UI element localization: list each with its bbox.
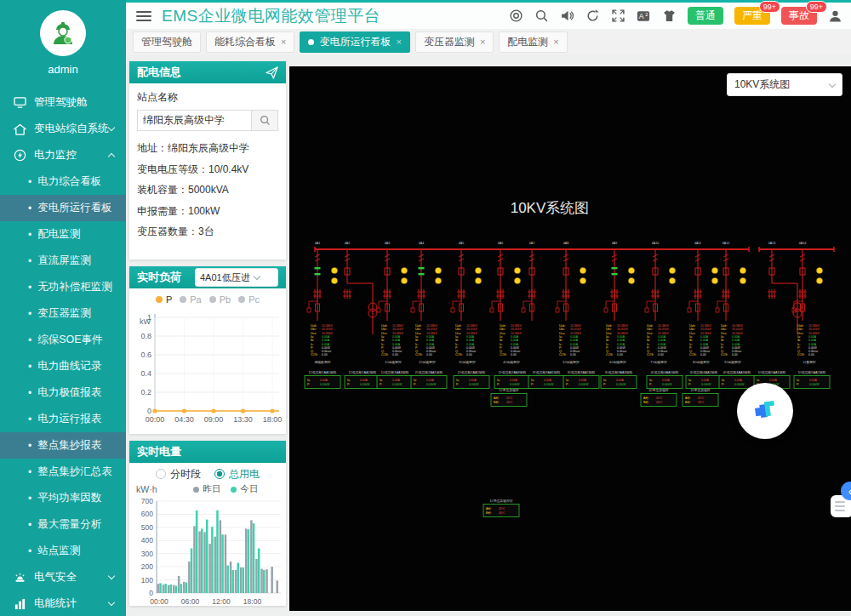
sidebar-subitem-2-4[interactable]: •无功补偿柜监测 bbox=[0, 274, 126, 300]
alarm-badge-0[interactable]: 普通 bbox=[688, 7, 723, 25]
sidebar-subitem-2-13[interactable]: •最大需量分析 bbox=[0, 511, 126, 538]
sidebar-subitem-label: 整点集抄报表 bbox=[37, 438, 101, 453]
sidebar-subitem-2-8[interactable]: •电力极值报表 bbox=[0, 379, 126, 406]
legend-item-Pc[interactable]: Pc bbox=[238, 294, 260, 305]
font-size-icon[interactable]: A2 bbox=[637, 9, 651, 23]
sidebar-item-4[interactable]: 电能统计 bbox=[0, 590, 126, 616]
power-icon bbox=[14, 149, 26, 162]
svg-text:0.00: 0.00 bbox=[392, 353, 398, 356]
svg-text:4A9: 4A9 bbox=[612, 242, 617, 245]
svg-text:P:: P: bbox=[649, 383, 652, 386]
svg-text:Ia:: Ia: bbox=[531, 379, 534, 382]
info-label: 装机容量： bbox=[137, 184, 188, 196]
single-line-diagram: 4A14A24A34A44A54A64A74A84A94A104A114A124… bbox=[289, 66, 851, 611]
search-icon[interactable] bbox=[534, 9, 549, 23]
svg-text:0.8: 0.8 bbox=[140, 332, 151, 340]
svg-text:P:: P: bbox=[531, 383, 534, 386]
sidebar-subitem-2-2[interactable]: •配电监测 bbox=[0, 221, 126, 248]
svg-text:46℃: 46℃ bbox=[499, 511, 505, 515]
close-icon[interactable]: × bbox=[553, 37, 558, 47]
legend-item-Pa[interactable]: Pa bbox=[180, 294, 201, 305]
site-name-input[interactable] bbox=[137, 110, 251, 131]
svg-text:COS:: COS: bbox=[689, 353, 697, 356]
sidebar-item-3[interactable]: 电气安全 bbox=[0, 564, 126, 590]
site-search-button[interactable] bbox=[251, 110, 278, 131]
sidebar-subitem-2-9[interactable]: •电力运行报表 bbox=[0, 406, 126, 432]
target-icon[interactable] bbox=[509, 9, 523, 23]
svg-text:Ia:: Ia: bbox=[797, 379, 800, 382]
bullet-icon: • bbox=[28, 466, 31, 478]
sidebar-item-1[interactable]: 变电站综自系统 bbox=[0, 116, 126, 142]
svg-text:1#变压器温控: 1#变压器温控 bbox=[499, 388, 518, 392]
active-dot bbox=[308, 39, 314, 45]
svg-text:6#出线测控: 6#出线测控 bbox=[609, 360, 626, 364]
svg-text:300: 300 bbox=[141, 550, 153, 558]
sidebar-subitem-2-10[interactable]: •整点集抄报表 bbox=[0, 432, 126, 459]
legend-item-今日[interactable]: 今日 bbox=[231, 483, 258, 495]
sidebar-subitem-2-11[interactable]: •整点集抄汇总表 bbox=[0, 459, 126, 485]
sidebar-subitem-2-3[interactable]: •直流屏监测 bbox=[0, 248, 126, 274]
svg-text:0.00kW: 0.00kW bbox=[544, 383, 554, 386]
svg-text:0.00A: 0.00A bbox=[392, 379, 401, 382]
tab-3[interactable]: 变压器监测× bbox=[415, 31, 494, 53]
feeder-select[interactable]: 4A01低压进 bbox=[195, 268, 278, 287]
engineer-icon bbox=[49, 19, 77, 48]
station-info-line-4: 变压器数量：3台 bbox=[137, 221, 278, 242]
refresh-icon[interactable] bbox=[585, 9, 600, 23]
svg-text:0.00: 0.00 bbox=[426, 353, 432, 356]
svg-text:Ia:: Ia: bbox=[757, 379, 760, 382]
tab-2[interactable]: 变电所运行看板× bbox=[300, 31, 409, 53]
sidebar-subitem-2-12[interactable]: •平均功率因数 bbox=[0, 485, 126, 511]
user-icon[interactable] bbox=[828, 9, 842, 23]
svg-text:5#低压柜5AA2回路: 5#低压柜5AA2回路 bbox=[798, 370, 826, 374]
svg-text:0.00A: 0.00A bbox=[426, 379, 435, 382]
svg-text:0.6: 0.6 bbox=[140, 351, 151, 359]
tab-0[interactable]: 管理驾驶舱 bbox=[133, 31, 201, 53]
legend-item-昨日[interactable]: 昨日 bbox=[193, 483, 220, 495]
fullscreen-icon[interactable] bbox=[611, 9, 625, 23]
svg-text:进线柜测控: 进线柜测控 bbox=[315, 360, 331, 364]
sidebar-subitem-2-5[interactable]: •变压器监测 bbox=[0, 300, 126, 327]
radio-分时段[interactable]: 分时段 bbox=[156, 467, 201, 482]
realtime-load-header: 实时负荷 4A01低压进 bbox=[129, 266, 286, 288]
legend-item-Pb[interactable]: Pb bbox=[209, 294, 231, 305]
tab-4[interactable]: 配电监测× bbox=[499, 31, 567, 53]
close-icon[interactable]: × bbox=[396, 37, 401, 47]
sidebar-item-label: 电力监控 bbox=[34, 148, 77, 163]
close-icon[interactable]: × bbox=[281, 37, 286, 47]
info-label: 地址： bbox=[137, 142, 168, 154]
alarm-badge-1[interactable]: 严重99+ bbox=[734, 7, 770, 25]
sidebar-subitem-2-1[interactable]: •变电所运行看板 bbox=[0, 195, 126, 221]
svg-text:600: 600 bbox=[141, 510, 153, 518]
sidebar-item-0[interactable]: 管理驾驶舱 bbox=[0, 89, 126, 116]
sidebar-subitem-2-0[interactable]: •电力综合看板 bbox=[0, 168, 126, 195]
svg-text:0.00A: 0.00A bbox=[616, 379, 625, 382]
site-name-label: 站点名称 bbox=[137, 90, 278, 105]
sidebar-menu: 管理驾驶舱变电站综自系统电力监控•电力综合看板•变电所运行看板•配电监测•直流屏… bbox=[0, 89, 126, 616]
svg-text:4A5: 4A5 bbox=[459, 242, 464, 245]
svg-text:1#低压柜1AA1回路: 1#低压柜1AA1回路 bbox=[309, 370, 337, 374]
svg-text:0.00: 0.00 bbox=[732, 353, 738, 356]
distribution-info-title: 配电信息 bbox=[137, 65, 181, 80]
alarm-badge-2[interactable]: 事故99+ bbox=[781, 7, 817, 25]
volume-icon[interactable] bbox=[560, 9, 574, 23]
svg-text:计量测控: 计量测控 bbox=[802, 360, 815, 364]
svg-text:0.00A: 0.00A bbox=[510, 379, 518, 382]
theme-icon[interactable] bbox=[662, 9, 677, 23]
sidebar-subitem-2-6[interactable]: •综保SOE事件 bbox=[0, 327, 126, 353]
sidebar-subitem-2-7[interactable]: •电力曲线记录 bbox=[0, 353, 126, 379]
bullet-icon: • bbox=[28, 334, 31, 346]
avatar[interactable] bbox=[40, 10, 86, 56]
menu-toggle-icon[interactable] bbox=[136, 9, 151, 24]
svg-text:P:: P: bbox=[414, 383, 416, 386]
send-icon[interactable] bbox=[266, 66, 278, 79]
tab-1[interactable]: 能耗综合看板× bbox=[206, 31, 294, 53]
diagram-select[interactable]: 10KV系统图 bbox=[727, 73, 842, 96]
meeting-logo[interactable] bbox=[737, 383, 793, 439]
legend-item-P[interactable]: P bbox=[156, 294, 172, 305]
sidebar-subitem-2-14[interactable]: •站点监测 bbox=[0, 538, 126, 564]
close-icon[interactable]: × bbox=[480, 37, 485, 47]
svg-text:B相:: B相: bbox=[486, 511, 492, 515]
sidebar-item-2[interactable]: 电力监控 bbox=[0, 142, 126, 168]
radio-总用电[interactable]: 总用电 bbox=[214, 467, 260, 482]
